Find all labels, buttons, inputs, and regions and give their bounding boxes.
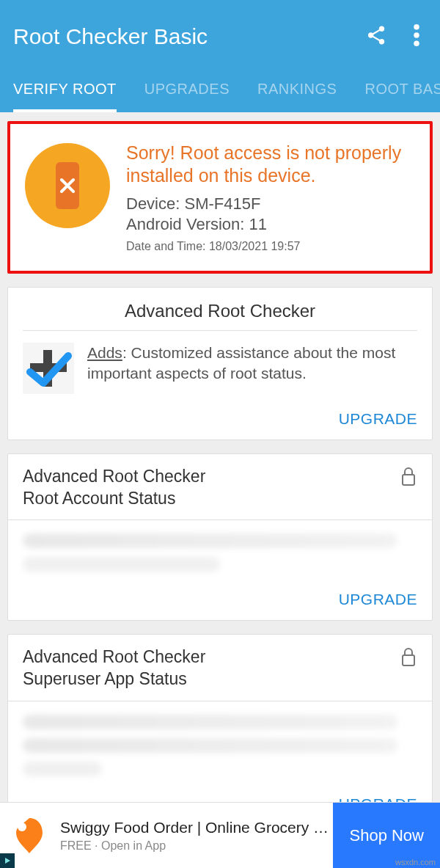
root-status-icon	[23, 142, 111, 233]
svg-rect-5	[58, 166, 77, 201]
android-version-label: Android Version: 11	[126, 214, 417, 236]
advanced-card-description: Adds: Customized assistance about the mo…	[87, 343, 417, 384]
app-bar: Root Checker Basic VERIFY ROOT UPGRADES …	[0, 0, 440, 112]
tab-bar: VERIFY ROOT UPGRADES RANKINGS ROOT BASIC	[13, 70, 427, 112]
ad-app-icon	[9, 815, 50, 856]
svg-rect-10	[403, 655, 414, 665]
root-checker-icon	[23, 343, 74, 394]
superuser-card-title: Advanced Root Checker Superuser App Stat…	[23, 646, 400, 690]
root-status-card: Sorry! Root access is not properly insta…	[7, 121, 433, 274]
svg-point-1	[414, 32, 419, 38]
more-icon[interactable]	[414, 24, 419, 49]
tab-root-basics[interactable]: ROOT BASIC	[364, 70, 440, 112]
app-title: Root Checker Basic	[13, 24, 365, 49]
blurred-content	[8, 520, 432, 585]
svg-point-2	[414, 41, 419, 47]
ad-badge-icon[interactable]	[0, 853, 15, 868]
lock-icon	[400, 466, 417, 489]
account-card-title: Advanced Root Checker Root Account Statu…	[23, 466, 400, 510]
tab-rankings[interactable]: RANKINGS	[257, 70, 337, 112]
superuser-status-card: Advanced Root Checker Superuser App Stat…	[7, 634, 433, 825]
advanced-card-title: Advanced Root Checker	[23, 301, 417, 331]
upgrade-button[interactable]: UPGRADE	[339, 410, 417, 428]
ad-subtitle: FREE · Open in App	[60, 839, 333, 853]
date-time-label: Date and Time: 18/03/2021 19:57	[126, 240, 417, 253]
ad-banner[interactable]: Swiggy Food Order | Online Grocery … FRE…	[0, 802, 440, 868]
svg-point-0	[414, 24, 419, 30]
share-icon[interactable]	[365, 24, 387, 49]
ad-title: Swiggy Food Order | Online Grocery …	[60, 819, 333, 836]
lock-icon	[400, 646, 417, 670]
tab-upgrades[interactable]: UPGRADES	[144, 70, 230, 112]
svg-point-11	[18, 823, 26, 831]
upgrade-button[interactable]: UPGRADE	[339, 591, 417, 608]
tab-verify-root[interactable]: VERIFY ROOT	[13, 70, 117, 112]
blurred-content	[8, 701, 432, 789]
content-area: Sorry! Root access is not properly insta…	[0, 112, 440, 868]
advanced-root-checker-card: Advanced Root Checker Adds: Customized a…	[7, 287, 433, 440]
watermark: wsxdn.com	[395, 858, 436, 867]
root-status-message: Sorry! Root access is not properly insta…	[126, 142, 417, 188]
svg-rect-9	[403, 475, 414, 485]
device-label: Device: SM-F415F	[126, 194, 417, 215]
root-account-status-card: Advanced Root Checker Root Account Statu…	[7, 453, 433, 621]
